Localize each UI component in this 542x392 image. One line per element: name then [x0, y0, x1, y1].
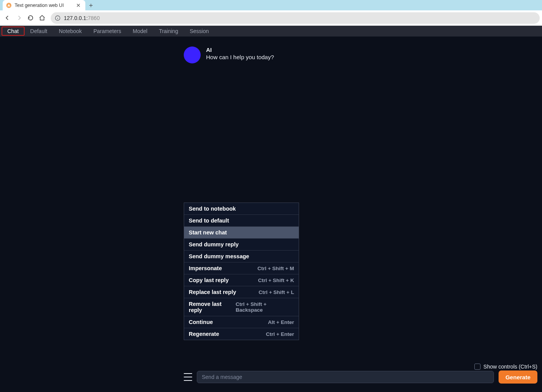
menu-item-label: Continue [189, 319, 213, 325]
menu-item-label: Send to default [189, 218, 229, 224]
context-menu[interactable]: Send to notebookSend to defaultStart new… [184, 203, 299, 340]
browser-tab-title: Text generation web UI [15, 3, 75, 8]
tab-session[interactable]: Session [184, 27, 214, 36]
menu-item-label: Copy last reply [189, 277, 229, 283]
url-host: 127.0.0.1: [64, 15, 88, 21]
address-bar[interactable]: 127.0.0.1:7860 [51, 12, 540, 24]
back-button[interactable] [2, 13, 12, 23]
menu-item-shortcut: Alt + Enter [268, 319, 294, 325]
url-port: 7860 [88, 15, 100, 21]
menu-item-shortcut: Ctrl + Shift + K [258, 277, 294, 283]
tab-default[interactable]: Default [25, 27, 53, 36]
message-body: AI How can I help you today? [206, 47, 274, 63]
chat-area: AI How can I help you today? [184, 47, 534, 63]
url-text: 127.0.0.1:7860 [64, 15, 100, 21]
menu-item-send-to-notebook[interactable]: Send to notebook [184, 203, 299, 215]
hamburger-menu-icon[interactable] [184, 373, 192, 381]
reload-button[interactable] [25, 13, 35, 23]
menu-item-send-dummy-message[interactable]: Send dummy message [184, 251, 299, 262]
site-info-icon[interactable] [55, 15, 61, 21]
menu-item-label: Replace last reply [189, 289, 236, 295]
forward-button[interactable] [14, 13, 24, 23]
menu-item-label: Send dummy reply [189, 241, 239, 247]
browser-tab[interactable]: Text generation web UI ✕ [3, 0, 85, 10]
show-controls-label: Show controls (Ctrl+S) [484, 364, 537, 370]
show-controls-row: Show controls (Ctrl+S) [474, 364, 537, 370]
app-tab-bar: ChatDefaultNotebookParametersModelTraini… [0, 26, 542, 37]
tab-notebook[interactable]: Notebook [53, 27, 88, 36]
menu-item-remove-last-reply[interactable]: Remove last replyCtrl + Shift + Backspac… [184, 298, 299, 316]
generate-button[interactable]: Generate [499, 370, 537, 384]
new-tab-button[interactable]: ＋ [85, 0, 96, 10]
menu-item-replace-last-reply[interactable]: Replace last replyCtrl + Shift + L [184, 286, 299, 298]
menu-item-shortcut: Ctrl + Enter [266, 331, 294, 337]
menu-item-send-dummy-reply[interactable]: Send dummy reply [184, 239, 299, 251]
menu-item-start-new-chat[interactable]: Start new chat [184, 227, 299, 239]
tab-chat[interactable]: Chat [2, 27, 25, 36]
chat-message: AI How can I help you today? [184, 47, 534, 63]
favicon-icon [6, 2, 12, 8]
menu-item-continue[interactable]: ContinueAlt + Enter [184, 316, 299, 328]
menu-item-regenerate[interactable]: RegenerateCtrl + Enter [184, 328, 299, 340]
message-text: How can I help you today? [206, 54, 274, 60]
menu-item-copy-last-reply[interactable]: Copy last replyCtrl + Shift + K [184, 274, 299, 286]
menu-item-label: Regenerate [189, 331, 219, 337]
menu-item-label: Send dummy message [189, 253, 249, 259]
menu-item-impersonate[interactable]: ImpersonateCtrl + Shift + M [184, 262, 299, 274]
menu-item-label: Remove last reply [189, 301, 236, 313]
input-row: Generate [184, 370, 537, 384]
message-author: AI [206, 47, 274, 53]
menu-item-shortcut: Ctrl + Shift + Backspace [236, 301, 294, 313]
message-input[interactable] [197, 371, 494, 383]
tab-parameters[interactable]: Parameters [88, 27, 127, 36]
tab-training[interactable]: Training [153, 27, 184, 36]
tab-model[interactable]: Model [127, 27, 153, 36]
menu-item-label: Start new chat [189, 229, 227, 236]
menu-item-shortcut: Ctrl + Shift + M [258, 266, 294, 271]
tab-close-icon[interactable]: ✕ [75, 2, 82, 8]
ai-avatar [184, 47, 201, 63]
menu-item-shortcut: Ctrl + Shift + L [259, 289, 294, 295]
show-controls-checkbox[interactable] [474, 364, 480, 370]
menu-item-send-to-default[interactable]: Send to default [184, 215, 299, 227]
home-button[interactable] [37, 13, 47, 23]
browser-tab-strip: Text generation web UI ✕ ＋ [0, 0, 542, 10]
main-area: AI How can I help you today? Send to not… [0, 37, 542, 392]
menu-item-label: Impersonate [189, 265, 222, 271]
browser-toolbar: 127.0.0.1:7860 [0, 10, 542, 26]
menu-item-label: Send to notebook [189, 206, 236, 212]
